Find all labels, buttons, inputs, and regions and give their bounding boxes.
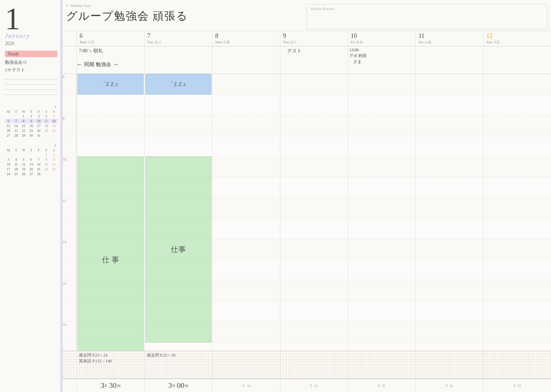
mon-time-total: 3 h 30 m bbox=[76, 379, 144, 392]
apo-label: 13:00アポ 村田 さま bbox=[349, 47, 367, 64]
weekly-goal-text[interactable]: グループ勉強会 頑張る bbox=[66, 9, 300, 24]
tue-annotation bbox=[144, 46, 212, 74]
day-col-thu bbox=[280, 74, 348, 351]
thu-notes bbox=[280, 351, 348, 378]
tue-mins: 00 bbox=[177, 381, 185, 390]
sat-annotation bbox=[415, 46, 483, 74]
time-spacer bbox=[63, 46, 76, 74]
mon-annotation: 7:00↘ 朝礼 bbox=[76, 46, 144, 74]
day-col-tue: ﾞZ Z z 仕事 bbox=[144, 74, 212, 351]
tue-time-total: 3 h 00 m bbox=[144, 379, 212, 392]
fri-time-total: h m bbox=[347, 379, 415, 392]
mon-mins: 30 bbox=[109, 381, 117, 390]
wed-notes bbox=[212, 351, 280, 378]
calendar-container: 6 Mon 大安 7 Tue 赤口 8 Wed 先勝 9 Thu 友引 10 F bbox=[63, 31, 551, 392]
fri-notes bbox=[347, 351, 415, 378]
mon-work-event: 仕 事 bbox=[77, 157, 144, 351]
sidebar: 1 January 2020 Study 勉強会あり1/9 テスト 1 M T … bbox=[0, 0, 63, 392]
day-header-tue: 7 Tue 赤口 bbox=[144, 31, 212, 46]
goal-arrow-icon: ▷ bbox=[66, 3, 69, 8]
day-header-mon: 6 Mon 大安 bbox=[76, 31, 144, 46]
time-labels: 6 8 10 12 14 16 18 20 22 bbox=[63, 74, 76, 351]
day-col-wed bbox=[212, 74, 280, 351]
mon-hours: 3 bbox=[101, 381, 104, 390]
sun-time-total: h m bbox=[483, 379, 551, 392]
main-content: ▷ Weekly Goal グループ勉強会 頑張る Weekly Review … bbox=[63, 0, 551, 392]
footer-time-row: 3 h 30 m 3 h 00 m h m h m h bbox=[63, 378, 551, 392]
day-col-sat bbox=[415, 74, 483, 351]
sat-notes bbox=[415, 351, 483, 378]
day-header-thu: 9 Thu 友引 bbox=[280, 31, 348, 46]
fri-annotation: 13:00アポ 村田 さま bbox=[347, 46, 415, 74]
time-col-header bbox=[63, 31, 76, 46]
sun-annotation bbox=[483, 46, 551, 74]
thu-time-total: h m bbox=[280, 379, 348, 392]
day-headers: 6 Mon 大安 7 Tue 赤口 8 Wed 先勝 9 Thu 友引 10 F bbox=[63, 31, 551, 46]
mon-sleep-event: ﾞZ Z z bbox=[77, 74, 144, 95]
annotation-row: 7:00↘ 朝礼 テスト 13:00アポ 村田 さま ← 同期 勉強会 → bbox=[63, 46, 551, 74]
day-header-sun: 12 Sun 大安 bbox=[483, 31, 551, 46]
tue-hours: 3 bbox=[168, 381, 172, 390]
weekly-goal-label: ▷ Weekly Goal bbox=[66, 3, 300, 8]
mon-notes[interactable]: 過去問 P.23～24英単語 P.132～140 bbox=[76, 351, 144, 378]
tue-sleep-event: ﾞZ Z z bbox=[145, 74, 211, 95]
wed-annotation bbox=[212, 46, 280, 74]
weekly-review-section[interactable]: Weekly Review bbox=[306, 4, 548, 29]
test-label: テスト bbox=[287, 48, 302, 54]
tue-notes[interactable]: 過去問 P.25～30 bbox=[144, 351, 212, 378]
header-area: ▷ Weekly Goal グループ勉強会 頑張る Weekly Review bbox=[63, 0, 551, 31]
month-name: January bbox=[5, 32, 58, 40]
sat-time-total: h m bbox=[415, 379, 483, 392]
morning-note: 7:00↘ 朝礼 bbox=[79, 48, 103, 54]
weekly-goal-section: ▷ Weekly Goal グループ勉強会 頑張る bbox=[66, 3, 300, 29]
tue-work-event: 仕事 bbox=[145, 157, 211, 342]
day-header-wed: 8 Wed 先勝 bbox=[212, 31, 280, 46]
sidebar-notes: 勉強会あり1/9 テスト bbox=[5, 59, 58, 74]
mini-calendar-feb: 2 M T W T F S S 1 2 3 4 5 6 7 8 9 10 11 … bbox=[5, 143, 58, 176]
month-number: 1 bbox=[5, 3, 58, 34]
weekly-review-label: Weekly Review bbox=[310, 7, 544, 11]
day-header-sat: 11 Sat 仏滅 bbox=[415, 31, 483, 46]
sidebar-accent bbox=[60, 0, 62, 392]
wed-time-total: h m bbox=[212, 379, 280, 392]
mini-calendar-jan: 1 M T W T F S S 1 2 3 4 5 6 7 8 9 10 11 … bbox=[5, 105, 58, 138]
sun-notes bbox=[483, 351, 551, 378]
study-badge: Study bbox=[5, 51, 58, 57]
day-header-fri: 10 Fri 先負 bbox=[347, 31, 415, 46]
bottom-notes: 過去問 P.23～24英単語 P.132～140 過去問 P.25～30 bbox=[63, 351, 551, 378]
sidebar-lines bbox=[5, 79, 58, 100]
time-grid: 6 8 10 12 14 16 18 20 22 bbox=[63, 74, 551, 351]
day-col-fri bbox=[347, 74, 415, 351]
thu-annotation: テスト bbox=[280, 46, 348, 74]
day-col-sun bbox=[483, 74, 551, 351]
day-col-mon: ﾞZ Z z 仕 事 bbox=[76, 74, 144, 351]
year-label: 2020 bbox=[5, 41, 58, 46]
